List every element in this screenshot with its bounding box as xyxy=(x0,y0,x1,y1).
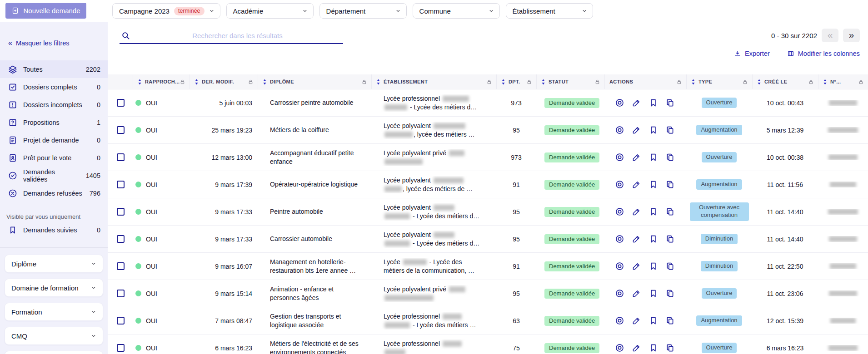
edit-icon[interactable] xyxy=(632,316,641,325)
dropdown-filiere-cmq[interactable]: Filière CMQ xyxy=(5,351,103,354)
pagination: 0 - 30 sur 2202 « » xyxy=(771,29,860,42)
duplicate-icon[interactable] xyxy=(665,343,675,353)
dropdown-cmq[interactable]: CMQ xyxy=(5,327,103,345)
duplicate-icon[interactable] xyxy=(665,289,675,298)
edit-icon[interactable] xyxy=(632,152,641,162)
chevron-down-icon xyxy=(302,8,308,14)
row-checkbox[interactable] xyxy=(117,317,125,324)
duplicate-icon[interactable] xyxy=(665,316,675,325)
dropdown-domaine-de-formation[interactable]: Domaine de formation xyxy=(5,279,103,297)
filter-departement[interactable]: Département xyxy=(319,3,407,19)
row-checkbox[interactable] xyxy=(117,235,125,243)
column-header-dpt[interactable]: DPT. xyxy=(496,74,536,89)
column-header-etablissement[interactable]: ÉTABLISSEMENT xyxy=(371,74,496,89)
sidebar-item-dossiers-complets[interactable]: Dossiers complets 0 xyxy=(0,78,108,96)
filter-etablissement[interactable]: Établissement xyxy=(506,3,593,19)
sidebar-item-demandes-refusees[interactable]: Demandes refusées 796 xyxy=(0,184,108,202)
duplicate-icon[interactable] xyxy=(665,180,675,189)
hide-filters-link[interactable]: « Masquer les filtres xyxy=(8,39,70,47)
row-checkbox[interactable] xyxy=(117,262,125,270)
sidebar-item-dossiers-incomplets[interactable]: Dossiers incomplets 0 xyxy=(0,96,108,113)
dropdown-diplome[interactable]: Diplôme xyxy=(5,255,103,273)
type-badge: Diminution xyxy=(701,261,738,272)
column-header-der-modif[interactable]: DER. MODIF. xyxy=(190,74,258,89)
sidebar-item-pret-pour-le-vote[interactable]: Prêt pour le vote 0 xyxy=(0,149,108,167)
view-icon[interactable] xyxy=(615,207,624,216)
duplicate-icon[interactable] xyxy=(665,207,675,216)
row-checkbox[interactable] xyxy=(117,126,125,134)
column-header-label: RAPPROCH... xyxy=(145,79,180,84)
sort-icon xyxy=(823,79,827,85)
column-header-actions[interactable]: ACTIONS xyxy=(604,74,686,89)
column-header-statut[interactable]: STATUT xyxy=(536,74,604,89)
filter-academie[interactable]: Académie xyxy=(226,3,314,19)
last-modified-cell: 12 mars 13:00 xyxy=(190,154,258,161)
edit-icon[interactable] xyxy=(632,125,641,135)
view-icon[interactable] xyxy=(615,343,624,353)
sidebar-item-demandes-validees[interactable]: Demandes validées 1405 xyxy=(0,167,108,184)
sidebar-item-toutes[interactable]: Toutes 2202 xyxy=(0,60,108,78)
view-icon[interactable] xyxy=(615,289,624,298)
duplicate-icon[interactable] xyxy=(665,98,675,108)
bookmark-icon[interactable] xyxy=(649,289,658,298)
view-icon[interactable] xyxy=(615,180,624,189)
edit-icon[interactable] xyxy=(632,234,641,244)
row-checkbox[interactable] xyxy=(117,290,125,297)
column-header-cree-le[interactable]: CRÉÉ LE xyxy=(752,74,818,89)
row-checkbox[interactable] xyxy=(117,181,125,188)
pagination-next-button[interactable]: » xyxy=(843,29,860,42)
column-header-type[interactable]: TYPE xyxy=(686,74,752,89)
redacted-number xyxy=(829,236,857,242)
export-button[interactable]: Exporter xyxy=(734,50,770,57)
column-header-diplome[interactable]: DIPLÔME xyxy=(258,74,371,89)
duplicate-icon[interactable] xyxy=(665,125,675,135)
filter-commune[interactable]: Commune xyxy=(413,3,500,19)
view-icon[interactable] xyxy=(615,261,624,271)
sidebar-section-label: Visible par vous uniquement xyxy=(6,213,108,220)
bookmark-icon[interactable] xyxy=(649,343,658,353)
bookmark-icon[interactable] xyxy=(649,234,658,244)
edit-icon[interactable] xyxy=(632,98,641,108)
sidebar-item-propositions[interactable]: Propositions 1 xyxy=(0,113,108,131)
dropdown-formation[interactable]: Formation xyxy=(5,303,103,321)
edit-icon[interactable] xyxy=(632,180,641,189)
duplicate-icon[interactable] xyxy=(665,152,675,162)
row-checkbox[interactable] xyxy=(117,153,125,161)
view-icon[interactable] xyxy=(615,98,624,108)
establishment-cell: Lycée polyvalent , lycée des métiers de … xyxy=(371,176,496,193)
sidebar-item-demandes-suivies[interactable]: Demandes suivies 0 xyxy=(0,221,108,239)
column-header-n[interactable]: N°... xyxy=(818,74,868,89)
sidebar-item-projet-de-demande[interactable]: Projet de demande 0 xyxy=(0,131,108,149)
bookmark-icon[interactable] xyxy=(649,261,658,271)
edit-icon[interactable] xyxy=(632,343,641,353)
bookmark-icon[interactable] xyxy=(649,125,658,135)
view-icon[interactable] xyxy=(615,316,624,325)
edit-icon[interactable] xyxy=(632,289,641,298)
rapprochement-value: OUI xyxy=(146,236,157,243)
column-header-rapproch[interactable]: RAPPROCH... xyxy=(133,74,190,89)
modify-columns-button[interactable]: Modifier les colonnes xyxy=(787,50,860,57)
view-icon[interactable] xyxy=(615,125,624,135)
view-icon[interactable] xyxy=(615,152,624,162)
rapprochement-value: OUI xyxy=(146,99,157,107)
duplicate-icon[interactable] xyxy=(665,261,675,271)
edit-icon[interactable] xyxy=(632,261,641,271)
bookmark-icon[interactable] xyxy=(649,207,658,216)
new-request-button[interactable]: Nouvelle demande xyxy=(5,3,86,19)
pagination-prev-button[interactable]: « xyxy=(822,29,838,42)
edit-icon[interactable] xyxy=(632,207,641,216)
search-input[interactable] xyxy=(134,32,341,39)
row-checkbox[interactable] xyxy=(117,99,125,107)
status-badge: Demande validée xyxy=(544,152,599,162)
row-checkbox[interactable] xyxy=(117,208,125,216)
bookmark-icon[interactable] xyxy=(649,152,658,162)
filter-campagne-2023[interactable]: Campagne 2023 terminée xyxy=(112,3,220,19)
bookmark-icon[interactable] xyxy=(649,316,658,325)
rapprochement-cell: OUI xyxy=(133,154,190,161)
duplicate-icon[interactable] xyxy=(665,234,675,244)
bookmark-icon[interactable] xyxy=(649,180,658,189)
created-cell: 11 oct. 23:06 xyxy=(752,290,818,297)
bookmark-icon[interactable] xyxy=(649,98,658,108)
row-checkbox[interactable] xyxy=(117,344,125,352)
view-icon[interactable] xyxy=(615,234,624,244)
